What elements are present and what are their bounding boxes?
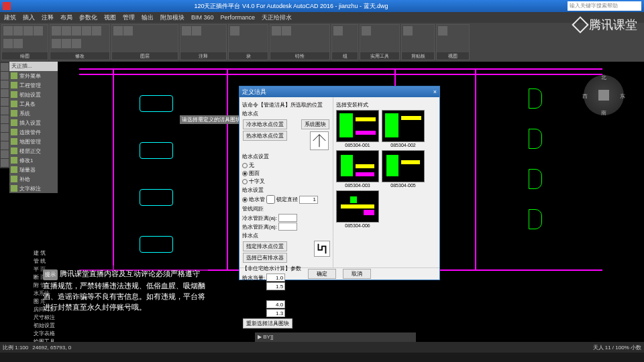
radio-graph[interactable]: 图面: [242, 170, 330, 177]
tool-icon[interactable]: [92, 26, 101, 36]
command-line[interactable]: ▶ BY]]: [255, 333, 416, 342]
tool-icon[interactable]: [438, 26, 447, 36]
menu-item[interactable]: 插入: [23, 13, 35, 22]
tree-item[interactable]: 文字表格: [34, 330, 60, 338]
lock-value-input[interactable]: [299, 196, 318, 204]
hot-dist-input[interactable]: [278, 223, 297, 231]
tool-icon[interactable]: [62, 39, 71, 48]
tool-icon[interactable]: [333, 26, 343, 36]
vtool-icon[interactable]: [1, 133, 9, 141]
tool-item[interactable]: 插入设置: [9, 118, 58, 127]
scale-display[interactable]: 比例 1:100: [3, 344, 28, 351]
tool-icon[interactable]: [72, 39, 81, 48]
style-option[interactable]: 085304-003: [336, 150, 379, 188]
tool-item[interactable]: 室外菜单: [9, 71, 58, 80]
drain-pos-button[interactable]: 指定排水点位置: [243, 241, 287, 251]
vtool-icon[interactable]: [1, 115, 9, 123]
tool-icon[interactable]: [182, 26, 191, 36]
tool-item[interactable]: 连接管件: [9, 127, 58, 137]
tool-icon[interactable]: [3, 26, 13, 36]
hot-water-button[interactable]: 热水给水点位置: [243, 131, 287, 141]
style-option[interactable]: 085304-002: [382, 110, 425, 147]
style-option[interactable]: 085304-005: [382, 150, 425, 188]
ok-button[interactable]: 确定: [308, 269, 336, 279]
cancel-button[interactable]: 取消: [343, 269, 371, 279]
view-cube[interactable]: 北 南 东 西: [584, 75, 624, 115]
tool-icon[interactable]: [272, 26, 281, 36]
radio-cross[interactable]: 十字叉: [242, 178, 330, 185]
tool-item[interactable]: 文字标注: [9, 184, 58, 193]
tree-item[interactable]: 初始设置: [34, 322, 60, 330]
tool-icon[interactable]: [403, 26, 413, 36]
style-option[interactable]: 085304-006: [336, 190, 379, 228]
tool-icon[interactable]: [52, 39, 61, 48]
tool-item[interactable]: 工具条: [9, 99, 58, 109]
menu-item[interactable]: 参数化: [79, 13, 97, 22]
menu-item[interactable]: 附加模块: [160, 13, 184, 22]
menu-item[interactable]: 注释: [42, 13, 54, 22]
tool-icon[interactable]: [192, 26, 201, 36]
radio-pipe[interactable]: 给水管 锁定直径: [242, 195, 330, 204]
select-drain-button[interactable]: 选择已有排水器: [243, 253, 287, 263]
vtool-icon[interactable]: [1, 107, 9, 115]
tool-icon[interactable]: [72, 26, 81, 36]
tool-item[interactable]: 初始设置: [9, 90, 58, 99]
reset-button[interactable]: 重新选择洁具图块: [243, 318, 292, 328]
lock-checkbox[interactable]: [266, 195, 275, 204]
vtool-icon[interactable]: [1, 89, 9, 97]
tool-icon[interactable]: [123, 26, 133, 36]
vtool-icon[interactable]: [1, 72, 9, 80]
tree-item[interactable]: 管 线: [34, 257, 60, 265]
tool-icon[interactable]: [282, 26, 291, 36]
tool-item[interactable]: 瑞量器: [9, 165, 58, 174]
tool-item[interactable]: 修改1: [9, 156, 58, 165]
vtool-icon[interactable]: [1, 80, 9, 88]
tool-item[interactable]: 工程管理: [9, 80, 58, 90]
menu-item[interactable]: Performance: [221, 14, 256, 21]
drain-rate-input[interactable]: [266, 300, 285, 308]
window-titlebar: 120天正插件平台 V4.0 For Autodesk AutoCAD 2016…: [0, 0, 644, 12]
sys-block-button[interactable]: 系统图块: [301, 119, 329, 129]
tool-icon[interactable]: [230, 26, 239, 36]
tool-item[interactable]: 系统: [9, 109, 58, 118]
tool-icon[interactable]: [82, 26, 91, 36]
vtool-icon[interactable]: [1, 124, 9, 132]
vtool-icon[interactable]: [1, 98, 9, 106]
vtool-icon[interactable]: [1, 141, 9, 149]
tool-icon[interactable]: [362, 26, 371, 36]
help-search-input[interactable]: 输入关键字搜索帮助: [568, 1, 641, 11]
tool-item[interactable]: 楼层正交: [9, 146, 58, 156]
style-option[interactable]: 085304-001: [336, 110, 379, 147]
tool-item[interactable]: 补给: [9, 174, 58, 184]
vtool-icon[interactable]: [1, 63, 9, 71]
tree-item[interactable]: 建 筑: [34, 249, 60, 257]
menu-item[interactable]: 视图: [104, 13, 116, 22]
tool-icon[interactable]: [13, 39, 23, 48]
vtool-icon[interactable]: [1, 150, 9, 158]
panel-tab[interactable]: 天正插...: [9, 62, 58, 71]
menu-item[interactable]: 布局: [60, 13, 72, 22]
tool-item[interactable]: 地图管理: [9, 137, 58, 146]
supply-fix-input[interactable]: [266, 282, 285, 290]
radio-none[interactable]: 无: [242, 162, 330, 169]
cold-dist-input[interactable]: [278, 214, 297, 222]
tool-icon[interactable]: [34, 26, 43, 36]
dialog-titlebar[interactable]: 定义洁具 ×: [239, 86, 439, 97]
cold-water-button[interactable]: 冷水给水点位置: [243, 119, 287, 129]
supply-rate-input[interactable]: [266, 274, 285, 282]
menu-item[interactable]: 天正给排水: [262, 13, 292, 22]
tool-icon[interactable]: [23, 26, 33, 36]
menu-item[interactable]: BIM 360: [191, 14, 214, 21]
drain-fix-input[interactable]: [266, 309, 285, 317]
taskbar[interactable]: [0, 353, 644, 362]
close-icon[interactable]: ×: [433, 86, 437, 97]
tool-icon[interactable]: [52, 26, 61, 36]
vtool-icon[interactable]: [1, 159, 9, 167]
menu-item[interactable]: 建筑: [4, 13, 16, 22]
menu-item[interactable]: 管理: [123, 13, 135, 22]
tool-icon[interactable]: [62, 26, 71, 36]
tool-icon[interactable]: [3, 39, 13, 48]
tool-icon[interactable]: [13, 26, 23, 36]
tool-icon[interactable]: [113, 26, 123, 36]
menu-item[interactable]: 输出: [142, 13, 154, 22]
